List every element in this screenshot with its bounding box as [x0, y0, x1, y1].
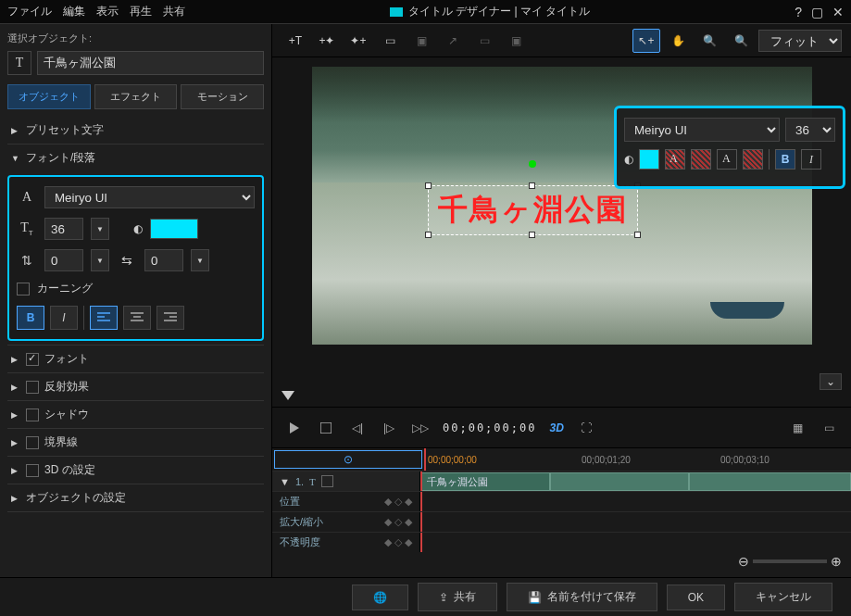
reflection-enable-checkbox[interactable]: [26, 381, 39, 394]
timeline-clip[interactable]: 千鳥ヶ淵公園: [420, 472, 550, 491]
float-size-select[interactable]: 36: [785, 118, 835, 142]
title-text-object[interactable]: 千鳥ヶ淵公園: [428, 185, 638, 235]
font-size-dropdown[interactable]: ▼: [91, 218, 109, 240]
preview-slider-thumb[interactable]: [282, 391, 294, 400]
font-size-input[interactable]: [44, 218, 83, 240]
float-fill-color[interactable]: [639, 149, 659, 170]
bold-button[interactable]: B: [17, 306, 44, 330]
cancel-button[interactable]: キャンセル: [734, 583, 832, 611]
menu-play[interactable]: 再生: [130, 4, 152, 19]
upload-icon: ⇪: [439, 591, 448, 604]
float-font-select[interactable]: Meiryo UI: [624, 118, 780, 142]
tab-motion[interactable]: モーション: [181, 84, 264, 109]
help-button[interactable]: ?: [795, 5, 802, 19]
object-name-input[interactable]: [37, 51, 264, 75]
float-bold-button[interactable]: B: [775, 149, 795, 170]
playhead[interactable]: [420, 471, 422, 491]
menu-file[interactable]: ファイル: [7, 4, 52, 19]
tracking-dropdown[interactable]: ▼: [191, 249, 209, 271]
rotate-handle[interactable]: [529, 160, 536, 168]
float-shadow-style2[interactable]: [743, 149, 763, 170]
menu-edit[interactable]: 編集: [63, 4, 85, 19]
align-left-icon: [97, 312, 110, 323]
share-button[interactable]: ⇪共有: [418, 583, 497, 611]
timeline-zoom-out[interactable]: ⊖: [738, 554, 749, 569]
layer-down-button[interactable]: ▣: [407, 29, 435, 53]
float-italic-button[interactable]: I: [801, 149, 821, 170]
section-reflection[interactable]: ▶反射効果: [7, 373, 264, 400]
close-button[interactable]: ✕: [832, 5, 844, 19]
group-button[interactable]: ▣: [502, 29, 530, 53]
section-border[interactable]: ▶境界線: [7, 429, 264, 456]
lock-button[interactable]: ▭: [470, 29, 498, 53]
prev-frame-button[interactable]: ◁|: [348, 419, 367, 437]
float-border-style1[interactable]: A: [665, 149, 685, 170]
save-as-button[interactable]: 💾名前を付けて保存: [507, 583, 657, 611]
resize-handle[interactable]: [634, 232, 641, 238]
fullscreen-button[interactable]: ⛶: [577, 419, 595, 437]
select-tool-button[interactable]: ↖+: [632, 29, 660, 53]
pan-tool-button[interactable]: ✋: [664, 29, 692, 53]
share-online-button[interactable]: 🌐: [352, 585, 408, 610]
font-family-select[interactable]: Meiryo UI: [44, 186, 255, 208]
add-text-button[interactable]: +T: [282, 29, 309, 53]
zoom-in-button[interactable]: 🔍: [727, 29, 755, 53]
fast-forward-button[interactable]: ▷▷: [411, 419, 430, 437]
tab-object[interactable]: オブジェクト: [7, 84, 91, 109]
timeline-ruler[interactable]: 00;00;00;00 00;00;01;20 00;00;03;10: [424, 448, 851, 471]
timeline-zoom-slider[interactable]: [753, 559, 827, 563]
shadow-enable-checkbox[interactable]: [26, 409, 39, 421]
timeline-zoom-in[interactable]: ⊕: [831, 554, 842, 569]
border-enable-checkbox[interactable]: [26, 436, 39, 449]
section-preset[interactable]: ▶プリセット文字: [7, 117, 264, 144]
font-enable-checkbox[interactable]: [26, 353, 39, 366]
section-shadow[interactable]: ▶シャドウ: [7, 401, 264, 428]
section-font-paragraph[interactable]: ▼フォント/段落: [7, 145, 264, 171]
kerning-checkbox[interactable]: [17, 283, 30, 295]
tracking-icon: ⇆: [117, 253, 137, 269]
tab-effect[interactable]: エフェクト: [94, 84, 178, 109]
tracking-input[interactable]: [144, 249, 183, 271]
resize-handle[interactable]: [529, 232, 535, 238]
add-particle-button[interactable]: +✦: [313, 29, 341, 53]
panel-collapse-button[interactable]: ⌄: [820, 373, 842, 390]
menu-share[interactable]: 共有: [163, 4, 185, 19]
section-font[interactable]: ▶フォント: [7, 346, 264, 372]
safe-zone-button[interactable]: ▭: [820, 419, 838, 437]
grid-toggle-button[interactable]: ▦: [788, 419, 807, 437]
italic-button[interactable]: I: [50, 306, 78, 330]
zoom-select[interactable]: フィット: [758, 30, 842, 52]
align-right-button[interactable]: [156, 306, 184, 330]
zoom-out-button[interactable]: 🔍: [695, 29, 723, 53]
section-object-settings[interactable]: ▶オブジェクトの設定: [7, 484, 264, 511]
float-border-style2[interactable]: [691, 149, 711, 170]
timeline-clip-segment[interactable]: [550, 472, 689, 491]
resize-handle[interactable]: [425, 182, 432, 189]
font-color-swatch[interactable]: [150, 219, 198, 239]
track-visible-checkbox[interactable]: [321, 475, 333, 487]
maximize-button[interactable]: ▢: [811, 5, 823, 19]
float-gradient-icon: ◐: [624, 153, 633, 166]
timeline-mode-button[interactable]: ⊙: [274, 450, 422, 469]
resize-handle[interactable]: [425, 232, 432, 238]
section-3d[interactable]: ▶3D の設定: [7, 457, 264, 484]
align-left-button[interactable]: [90, 306, 118, 330]
next-frame-button[interactable]: |▷: [380, 419, 398, 437]
playhead[interactable]: [424, 448, 426, 471]
float-shadow-style1[interactable]: A: [717, 149, 737, 170]
align-center-button[interactable]: [123, 306, 151, 330]
ok-button[interactable]: OK: [667, 585, 725, 610]
stop-button[interactable]: [317, 419, 335, 437]
line-height-input[interactable]: [44, 249, 83, 271]
timeline-clip-segment[interactable]: [689, 472, 851, 491]
resize-handle[interactable]: [529, 182, 535, 189]
layer-up-button[interactable]: ↗: [439, 29, 467, 53]
line-height-dropdown[interactable]: ▼: [91, 249, 109, 271]
add-image-button[interactable]: ▭: [376, 29, 404, 53]
window-title: タイトル デザイナー | マイ タイトル: [408, 4, 590, 19]
menu-view[interactable]: 表示: [96, 4, 119, 19]
add-effect-button[interactable]: ✦+: [344, 29, 372, 53]
3d-toggle-button[interactable]: 3D: [549, 421, 563, 434]
play-button[interactable]: [285, 419, 304, 437]
3d-enable-checkbox[interactable]: [26, 464, 39, 477]
